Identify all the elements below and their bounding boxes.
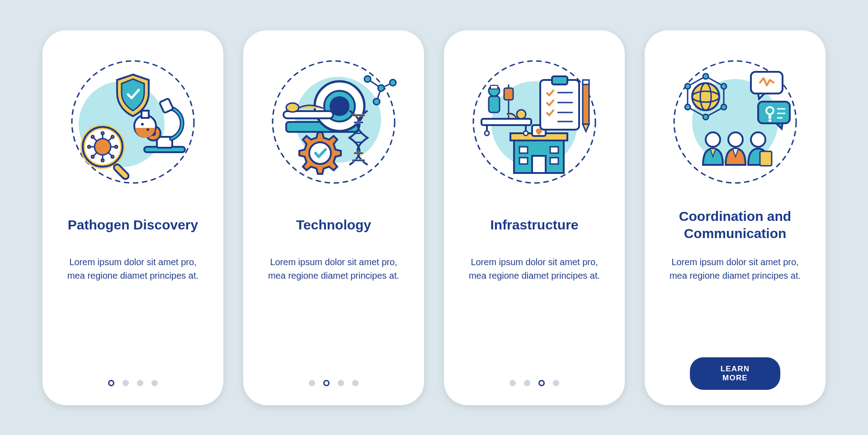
svg-point-17 (88, 145, 90, 148)
svg-point-39 (286, 103, 299, 112)
svg-rect-74 (583, 84, 589, 124)
svg-point-92 (721, 84, 726, 89)
svg-point-112 (728, 132, 743, 147)
svg-rect-76 (583, 80, 589, 84)
svg-rect-63 (519, 147, 528, 153)
svg-point-114 (751, 132, 765, 147)
svg-point-13 (101, 132, 104, 135)
svg-point-40 (309, 142, 331, 164)
learn-more-button[interactable]: LEARN MORE (690, 357, 780, 390)
screen-description: Lorem ipsum dolor sit amet pro, mea regi… (460, 255, 609, 282)
dot-2[interactable] (123, 380, 129, 386)
screen-title: Pathogen Discovery (68, 207, 198, 243)
screen-description: Lorem ipsum dolor sit amet pro, mea regi… (259, 255, 408, 282)
svg-marker-75 (583, 124, 589, 131)
svg-point-31 (146, 128, 149, 131)
svg-point-57 (390, 80, 396, 86)
svg-point-11 (94, 139, 111, 155)
svg-rect-65 (519, 158, 528, 164)
page-indicator (42, 380, 223, 386)
onboarding-screen-1: Pathogen Discovery Lorem ipsum dolor sit… (42, 30, 223, 405)
screen-title: Technology (296, 207, 371, 243)
screen-title: Infrastructure (490, 207, 578, 243)
dot-3[interactable] (338, 380, 344, 386)
svg-rect-115 (760, 151, 772, 166)
svg-point-94 (703, 114, 708, 120)
svg-point-27 (91, 155, 94, 158)
svg-point-106 (769, 119, 771, 122)
svg-point-97 (692, 83, 719, 110)
onboarding-screen-4: Coordination and Communication Lorem ips… (645, 30, 826, 405)
svg-rect-79 (489, 96, 500, 112)
svg-rect-62 (532, 156, 546, 173)
svg-point-23 (91, 136, 94, 138)
coordination-illustration (670, 56, 801, 187)
screen-title: Coordination and Communication (661, 207, 809, 243)
dot-1[interactable] (509, 380, 516, 386)
svg-point-25 (111, 155, 114, 158)
page-indicator (243, 380, 424, 386)
dot-3[interactable] (137, 380, 143, 386)
onboarding-screen-3: Infrastructure Lorem ipsum dolor sit ame… (444, 30, 625, 405)
onboarding-deck: Pathogen Discovery Lorem ipsum dolor sit… (42, 30, 826, 405)
dot-4[interactable] (151, 380, 158, 386)
dot-2[interactable] (524, 380, 530, 386)
svg-rect-100 (751, 72, 783, 94)
svg-point-110 (706, 132, 720, 147)
svg-point-56 (373, 98, 380, 105)
svg-rect-64 (550, 147, 558, 153)
infrastructure-illustration (469, 56, 600, 187)
dot-4[interactable] (553, 380, 559, 386)
svg-point-87 (524, 131, 528, 136)
dot-1[interactable] (309, 380, 315, 386)
svg-point-54 (364, 76, 371, 82)
svg-rect-82 (481, 119, 531, 125)
svg-rect-69 (552, 76, 567, 84)
svg-point-93 (721, 104, 726, 110)
svg-point-96 (685, 84, 690, 89)
svg-point-95 (685, 104, 690, 110)
svg-rect-29 (142, 111, 149, 118)
pathogen-discovery-illustration (67, 56, 198, 187)
svg-point-91 (703, 74, 708, 79)
svg-rect-81 (504, 88, 513, 100)
svg-rect-78 (491, 85, 498, 89)
screen-description: Lorem ipsum dolor sit amet pro, mea regi… (59, 255, 207, 282)
technology-illustration (268, 56, 399, 187)
svg-point-15 (101, 159, 104, 162)
screen-description: Lorem ipsum dolor sit amet pro, mea regi… (661, 255, 809, 282)
svg-point-55 (378, 85, 384, 91)
svg-point-30 (141, 123, 144, 126)
svg-rect-105 (769, 114, 771, 119)
dot-1[interactable] (108, 380, 114, 386)
svg-point-19 (115, 145, 118, 148)
page-indicator (444, 380, 625, 386)
svg-rect-66 (550, 158, 558, 164)
svg-point-83 (517, 110, 526, 119)
svg-point-86 (485, 131, 489, 136)
dot-2[interactable] (323, 380, 330, 386)
onboarding-screen-2: Technology Lorem ipsum dolor sit amet pr… (243, 30, 424, 405)
dot-3[interactable] (538, 380, 545, 386)
svg-point-21 (111, 136, 114, 138)
dot-4[interactable] (352, 380, 359, 386)
